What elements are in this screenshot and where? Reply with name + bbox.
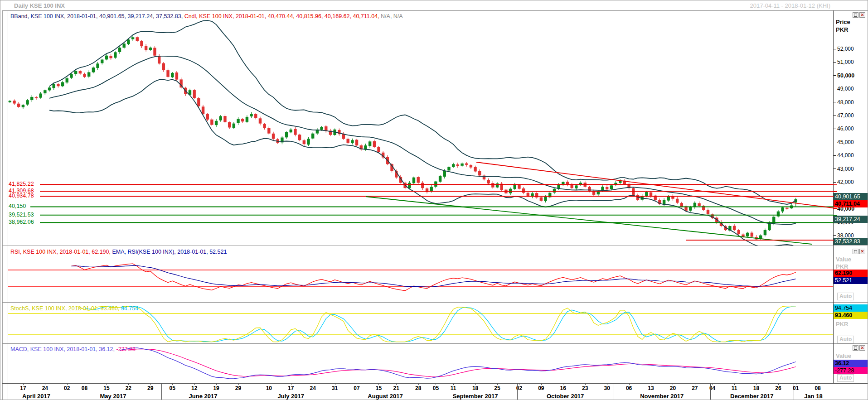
date-range-label: 2017-04-11 - 2018-01-12 (KHI) [750,2,830,9]
time-tick-mark [238,383,239,385]
titlebar-divider [2,10,868,11]
time-tick-label: 08 [815,385,820,391]
legend-segment: 94.754 [121,305,138,312]
time-tick-label: 18 [472,385,478,391]
time-tick-label: 12 [191,385,197,391]
stoch-legend: StochS, KSE 100 INX, 2018-01-01, 93.460,… [10,305,138,312]
macd-autoscale-button[interactable]: Auto [837,374,854,382]
legend-segment: Cndl, KSE 100 INX, 2018-01-01, 40,470.44… [184,13,381,19]
month-divider [710,383,711,400]
time-tick-label: 21 [393,385,399,391]
time-tick-label: 30 [604,385,610,391]
time-tick-label: 08 [82,385,87,391]
time-tick-mark [734,383,735,385]
month-divider [161,383,162,400]
time-tick-mark [269,383,269,385]
rsi-autoscale-button[interactable]: Auto [837,293,854,300]
legend-segment: RSI, KSE 100 INX, 2018-01-01, 62.190, [10,249,112,255]
time-tick-mark [357,383,357,385]
time-tick-mark [436,383,436,385]
close-icon[interactable]: ✕ [859,345,865,351]
time-tick-mark [107,383,107,385]
price-tick-label: 44,000 [834,152,854,159]
line-end-marker [833,208,837,209]
month-label: May 2017 [100,393,126,400]
time-tick-label: 27 [692,385,698,391]
left-gutter-line-inner [8,10,8,400]
time-tick-label: 19 [213,385,219,391]
rsi-axis-title: Value [836,256,851,263]
month-label: June 2017 [189,393,218,400]
macd-legend: MACD, KSE 100 INX, 2018-01-01, 36.12, -2… [10,346,136,352]
month-divider [337,383,337,400]
time-tick-label: 24 [310,385,316,391]
main-panel-controls: ✕ [853,12,865,18]
time-tick-label: 15 [376,385,382,391]
restore-icon[interactable] [853,249,858,254]
price-tick-label: 46,000 [834,125,854,132]
rsi-axis-unit: PKR [836,263,848,270]
time-tick-mark [756,383,756,385]
price-tick-label: 51,000 [834,59,854,65]
restore-icon[interactable] [853,12,858,18]
time-tick-mark [585,383,586,385]
restore-glyph [854,14,857,17]
time-tick-mark [150,383,151,385]
support-label: 40,150 [9,203,26,209]
time-tick-mark [216,383,217,385]
value-tag: 93.460 [834,312,868,319]
time-tick-mark [475,383,476,385]
legend-segment: BBand, KSE 100 INX, 2018-01-01, 40,901.6… [10,13,184,19]
chart-window: Daily KSE 100 INX 2017-04-11 - 2018-01-1… [0,0,868,400]
close-icon[interactable]: ✕ [859,12,865,18]
price-axis-unit: PKR [836,26,848,33]
time-tick-mark [796,383,796,385]
macd-panel-controls: ✕ [853,345,865,351]
price-tick-label: 49,000 [834,86,854,92]
time-tick-mark [396,383,397,385]
time-tick-mark [335,383,335,385]
time-tick-label: 05 [170,385,175,391]
legend-segment: MACD, KSE 100 INX, 2018-01-01, 36.12, [10,346,116,352]
restore-glyph [854,250,857,253]
rsi-panel-controls: ✕ [853,249,865,254]
time-tick-label: 26 [775,385,781,391]
time-tick-mark [418,383,419,385]
price-tick-label: 43,000 [834,166,854,172]
month-label: Jan 18 [804,393,822,400]
price-tick-label: 48,000 [834,99,854,106]
legend-segment: -277.28 [116,346,135,352]
time-tick-mark [713,383,713,385]
main-price-chart[interactable] [0,10,833,246]
rsi-stoch-divider [2,302,868,303]
time-tick-mark [673,383,673,385]
time-tick-label: 17 [288,385,294,391]
price-axis-title: Price [836,19,850,25]
time-tick-label: 22 [126,385,131,391]
price-tick-label: 45,000 [834,139,854,145]
time-tick-mark [778,383,779,385]
titlebar: Daily KSE 100 INX 2017-04-11 - 2018-01-1… [0,0,868,10]
restore-icon[interactable] [853,345,858,351]
value-tag: 94.754 [834,304,868,312]
resistance-label: 41,825.22 [9,181,34,187]
time-tick-mark [651,383,651,385]
time-tick-label: 25 [494,385,500,391]
stoch-macd-divider [2,343,868,344]
macd-axis-title: Value [836,352,851,359]
time-tick-label: 16 [560,385,566,391]
stoch-autoscale-button[interactable]: Auto [837,336,854,343]
resistance-label: 40,934.78 [9,193,34,199]
line-end-marker [833,184,837,185]
value-tag: 52.521 [834,277,868,284]
value-tag: 39,217.24 [834,216,868,223]
time-tick-mark [378,383,379,385]
main-rsi-divider [2,246,868,246]
value-tag: 37,532.83 [834,238,868,245]
time-tick-mark [497,383,498,385]
time-tick-mark [45,383,45,385]
main-legend: BBand, KSE 100 INX, 2018-01-01, 40,901.6… [10,13,403,19]
time-tick-label: 29 [235,385,241,391]
time-tick-mark [563,383,563,385]
close-icon[interactable]: ✕ [859,249,865,254]
